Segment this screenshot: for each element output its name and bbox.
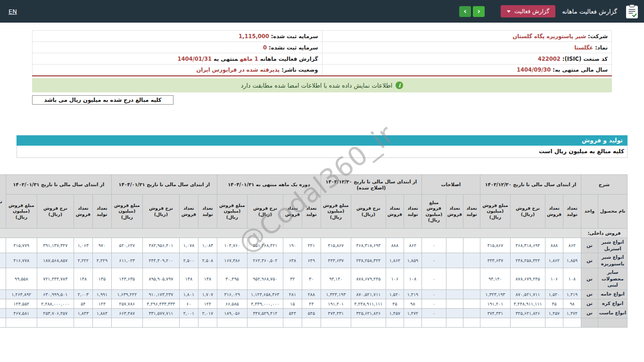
next-report-button[interactable]: › bbox=[473, 6, 485, 17]
value-cell: ۱۰۶ bbox=[545, 268, 563, 290]
topbar-actions: ‹ › گزارش فعالیت گزارش فعالیت ماهانه bbox=[457, 4, 638, 19]
info-row: نماد:غگلستاسرمایه ثبت نشده:0 bbox=[33, 42, 612, 53]
value-cell: ۱۹۱,۲۰۱ bbox=[480, 299, 510, 308]
column-group-header: از ابتدای سال مالی تا تاریخ ۱۴۰۳/۰۱/۳۱ bbox=[6, 175, 111, 195]
info-value: 1404/09/30 bbox=[517, 66, 551, 73]
column-header: نرخ فروش (ریال) bbox=[351, 195, 386, 229]
info-label: سرمایه ثبت نشده: bbox=[269, 44, 318, 51]
value-cell: ۱,۸۶۲ bbox=[386, 253, 404, 268]
value-cell: ۲۳۸,۲۵۸,۳۲۴ bbox=[351, 253, 386, 268]
column-group-header: توضیحات bbox=[0, 175, 6, 229]
value-cell: ۱۰۴,۷۶۰ bbox=[217, 238, 247, 253]
info-row: کد صنعت (ISIC):422002گزارش فعالیت ماهانه… bbox=[33, 53, 612, 65]
value-cell: ۰ bbox=[421, 238, 446, 253]
value-cell: ۱,۰۷۸ bbox=[179, 238, 198, 253]
product-name-cell: انواع کره bbox=[598, 299, 627, 308]
value-cell: ۰ bbox=[421, 308, 446, 318]
value-cell: ۱,۰۶۳ bbox=[74, 238, 92, 253]
value-cell: ۱۰۸ bbox=[404, 268, 421, 290]
info-row: سال مالی منتهی به:1404/09/30وضعیت ناشر:پ… bbox=[33, 65, 612, 76]
table-row: انواع ماستتن۱,۴۷۲۱,۴۵۷۳۲۵,۶۲۱,۸۲۶۴۷۴,۴۳۱… bbox=[0, 308, 627, 318]
table-row bbox=[0, 318, 627, 327]
value-cell: ۹۹,۵۵۸ bbox=[6, 268, 37, 290]
value-cell bbox=[179, 318, 198, 327]
value-cell: ۱,۴۷۲ bbox=[404, 308, 421, 318]
value-cell: ۱۳۸ bbox=[198, 268, 217, 290]
value-cell: ۱,۲۶۳,۸۹۲ bbox=[6, 289, 37, 299]
report-type-dropdown[interactable]: گزارش فعالیت bbox=[501, 5, 555, 17]
value-cell: ۸۷۰,۵۲۱,۷۱۱ bbox=[510, 289, 545, 299]
value-cell: ۲۵۷,۷۸۶ bbox=[111, 299, 142, 308]
value-cell bbox=[37, 318, 74, 327]
product-name-cell: انواع شیر استریل bbox=[598, 238, 627, 253]
value-cell: ۳۲۵,۶۲۱,۸۲۶ bbox=[351, 308, 386, 318]
value-cell bbox=[283, 318, 302, 327]
info-label: وضعیت ناشر: bbox=[281, 66, 318, 73]
value-cell bbox=[446, 268, 463, 290]
clipboard-icon[interactable] bbox=[626, 4, 638, 19]
value-cell: ۱۰۶ bbox=[386, 268, 404, 290]
value-cell: ۱,۴۵۷ bbox=[545, 308, 563, 318]
info-cell-right: کد صنعت (ISIC):422002 bbox=[322, 53, 612, 65]
column-group-header: از ابتدای سال مالی تا تاریخ ۱۴۰۴/۰۱/۳۱ bbox=[111, 175, 217, 195]
amounts-note-box: کلیه مبالغ درج شده به میلیون ریال می باش… bbox=[32, 95, 173, 105]
value-cell: ۱۳۸ bbox=[74, 268, 92, 290]
info-cell-left: سرمایه ثبت شده:1,115,000 bbox=[33, 31, 322, 42]
info-value: 1404/01/31 bbox=[178, 56, 212, 62]
value-cell bbox=[247, 318, 283, 327]
row-note-link[interactable]: توضیحات bbox=[0, 289, 6, 299]
row-note-link[interactable]: توضیحات bbox=[0, 238, 6, 253]
value-cell: ۲,۲۸۸,۰۰۰,۰۰۰ bbox=[37, 299, 74, 308]
value-cell: ۱,۸۸۴ bbox=[92, 308, 111, 318]
row-note-link[interactable]: توضیحات bbox=[0, 299, 6, 308]
value-cell bbox=[480, 318, 510, 327]
column-header: تعداد تولید bbox=[92, 195, 111, 229]
value-cell: ۶۰ bbox=[179, 299, 198, 308]
value-cell bbox=[111, 318, 142, 327]
value-cell bbox=[92, 318, 111, 327]
column-header: مبلغ فروش (میلیون ریال) bbox=[111, 195, 142, 229]
value-cell: ۹۸ bbox=[404, 299, 421, 308]
info-value: 422002 bbox=[538, 56, 561, 62]
value-cell bbox=[421, 318, 446, 327]
row-note-link[interactable]: توضیحات bbox=[0, 308, 6, 318]
value-cell: ۶۴۹ bbox=[302, 253, 321, 268]
unit-cell: تن bbox=[581, 299, 598, 308]
value-cell: ۴۱۶,۷۷۸ bbox=[6, 253, 37, 268]
value-cell: ۶۳۸ bbox=[283, 253, 302, 268]
row-note-link[interactable]: توضیحات bbox=[0, 253, 6, 268]
value-cell: ۱,۴۱۹ bbox=[563, 289, 581, 299]
info-value: 1,115,000 bbox=[239, 33, 269, 40]
value-cell: ۹۸ bbox=[563, 299, 581, 308]
value-cell bbox=[463, 253, 480, 268]
value-cell: ۲,۰۰۳ bbox=[74, 289, 92, 299]
info-label: سرمایه ثبت شده: bbox=[271, 33, 318, 40]
report-type-label: گزارش فعالیت bbox=[514, 8, 549, 15]
table-row: انواع خامهتن۱,۴۱۹۱,۵۲۰۸۷۰,۵۲۱,۷۱۱۱,۳۲۳,۱… bbox=[0, 289, 627, 299]
language-toggle-link[interactable]: EN bbox=[8, 8, 17, 15]
value-cell bbox=[142, 318, 179, 327]
value-cell bbox=[74, 318, 92, 327]
info-label: گزارش فعالیت ماهانه bbox=[260, 56, 318, 62]
value-cell: ۹۱۰,۱۷۳,۲۳۷ bbox=[142, 289, 179, 299]
value-cell: ۱,۱۲۴,۶۵۸,۳۶۳ bbox=[247, 289, 283, 299]
value-cell: ۱۹۱,۲۰۱ bbox=[321, 299, 351, 308]
info-label: نماد: bbox=[595, 44, 608, 51]
value-cell: ۴,۲۴۸,۹۱۱,۱۱۱ bbox=[351, 299, 386, 308]
value-cell: ۳۴۷,۵۲۹,۴۱۲ bbox=[247, 308, 283, 318]
value-cell: ۱,۸۶۲ bbox=[545, 253, 563, 268]
column-header: تعداد فروش bbox=[545, 195, 563, 229]
column-header: مبلغ فروش (میلیون ریال) bbox=[421, 195, 446, 229]
row-note-link[interactable]: توضیحات bbox=[0, 268, 6, 290]
info-cell-right: شرکت:شیر پاستوریزه پگاه گلستان bbox=[322, 31, 612, 42]
value-cell: ۰ bbox=[421, 268, 446, 290]
prev-report-button[interactable]: ‹ bbox=[459, 6, 471, 17]
value-cell bbox=[217, 318, 247, 327]
info-icon: i bbox=[396, 82, 403, 89]
info-cell-left: سرمایه ثبت نشده:0 bbox=[33, 42, 322, 53]
product-name-cell: انواع شیر پاستوریزه bbox=[598, 253, 627, 268]
value-cell: ۹۵۲,۹۶۸,۷۵۰ bbox=[247, 268, 283, 290]
info-value: 0 bbox=[263, 44, 267, 51]
value-cell bbox=[6, 318, 37, 327]
column-group-header: از ابتدای سال مالی تا تاریخ ۱۴۰۳/۱۲/۳۰ (… bbox=[321, 175, 421, 195]
